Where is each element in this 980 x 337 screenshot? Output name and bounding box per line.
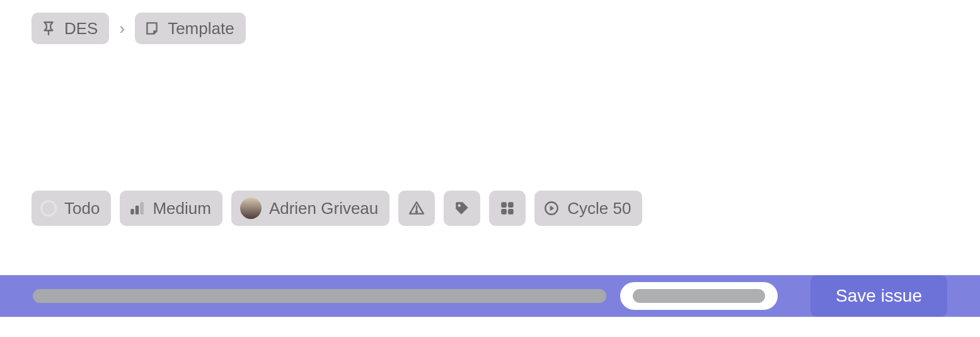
footer-bar: Save issue [0,275,980,317]
status-pill[interactable]: Todo [32,191,111,226]
tag-icon [454,200,470,216]
breadcrumb: DES › Template [32,13,246,44]
cycle-label: Cycle 50 [567,199,631,218]
footer-left-placeholder [33,282,785,310]
breadcrumb-separator: › [119,19,125,38]
footer-toggle[interactable] [620,282,778,310]
grid-icon [499,200,516,216]
svg-rect-10 [508,209,514,215]
priority-label: Medium [153,199,210,218]
svg-point-5 [416,211,417,212]
priority-pill[interactable]: Medium [120,191,222,226]
pin-icon [40,20,57,37]
cycle-pill[interactable]: Cycle 50 [534,191,642,226]
avatar [240,198,262,219]
placeholder-bar [33,289,606,303]
milestone-pill[interactable] [398,191,435,226]
placeholder-bar [633,289,765,303]
breadcrumb-template-pill[interactable]: Template [135,13,246,44]
breadcrumb-project-label: DES [64,19,98,38]
properties-row: Todo Medium Adrien Griveau [32,191,642,226]
play-circle-icon [543,200,560,216]
breadcrumb-template-label: Template [168,19,234,38]
svg-rect-3 [141,202,144,215]
assignee-label: Adrien Griveau [269,199,378,218]
save-issue-button[interactable]: Save issue [810,275,947,317]
bars-icon [129,200,145,216]
project-pill[interactable] [489,191,526,226]
svg-rect-7 [502,202,507,208]
triangle-alert-icon [408,200,425,216]
breadcrumb-project-pill[interactable]: DES [32,13,109,44]
svg-rect-1 [131,209,134,215]
svg-rect-8 [508,202,514,208]
save-issue-label: Save issue [836,286,922,306]
assignee-pill[interactable]: Adrien Griveau [231,191,389,226]
svg-point-6 [458,204,461,207]
svg-rect-2 [135,206,139,215]
label-pill[interactable] [444,191,480,226]
svg-rect-9 [502,209,507,215]
status-label: Todo [64,199,100,218]
circle-icon [40,200,57,216]
note-icon [144,20,160,37]
